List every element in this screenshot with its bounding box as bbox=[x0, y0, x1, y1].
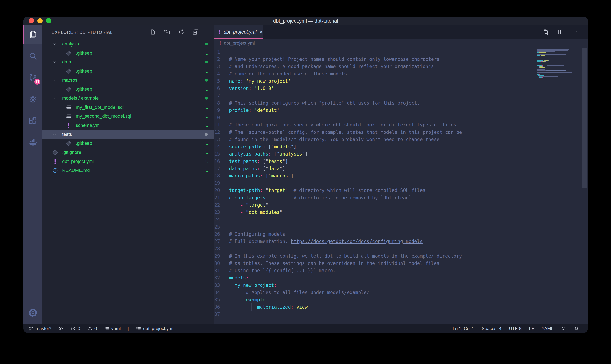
code-line-31: 31# using the `{{ config(...) }}` macro. bbox=[214, 267, 535, 274]
status-warnings[interactable]: 0 bbox=[87, 326, 97, 331]
activity-item-search[interactable] bbox=[23, 47, 42, 66]
tree-file-dbt-project-yml[interactable]: dbt_project.ymlU bbox=[42, 157, 214, 166]
new-file-button[interactable] bbox=[149, 28, 156, 35]
activity-item-explorer[interactable] bbox=[23, 25, 42, 44]
git-status-badge: U bbox=[206, 159, 208, 164]
code-line-12: 12# The `source-paths` config, for examp… bbox=[214, 129, 535, 136]
explorer-sidebar: EXPLORER: DBT-TUTORIAL analysis.gitkeepU… bbox=[42, 25, 214, 324]
status-label: YAML bbox=[542, 326, 554, 331]
code-line-5: 5name: 'my_new_project' bbox=[214, 78, 535, 85]
code-line-35: 35 example: bbox=[214, 296, 535, 303]
status-language-mode[interactable]: YAML bbox=[542, 326, 554, 331]
modified-dot bbox=[205, 43, 208, 46]
status-feedback[interactable] bbox=[561, 326, 566, 331]
tree-file-my-first-dbt-model-sql[interactable]: my_first_dbt_model.sqlU bbox=[42, 103, 214, 112]
code-line-13: 13# found in the "models/" directory. Yo… bbox=[214, 136, 535, 143]
code-line-22: 22 - "target" bbox=[214, 201, 535, 209]
status-label: | bbox=[128, 326, 129, 331]
tree-file-my-second-dbt-model-sql[interactable]: my_second_dbt_model.sqlU bbox=[42, 112, 214, 121]
code-line-6: 6version: '1.0.0' bbox=[214, 85, 535, 92]
code-line-14: 14source-paths: ["models"] bbox=[214, 143, 535, 150]
screen: dbt_project.yml — dbt-tutorial 11 EXPLOR… bbox=[0, 0, 611, 364]
status-sync[interactable] bbox=[58, 326, 63, 331]
code-line-15: 15analysis-paths: ["analysis"] bbox=[214, 150, 535, 158]
activity-item-source-control[interactable]: 11 bbox=[23, 68, 42, 88]
code-line-11: 11# These configurations specify where d… bbox=[214, 121, 535, 129]
status-task-file[interactable]: dbt_project.yml bbox=[136, 326, 173, 331]
vscode-window: dbt_project.yml — dbt-tutorial 11 EXPLOR… bbox=[23, 16, 588, 333]
tree-folder-models-example[interactable]: models / example bbox=[42, 94, 214, 103]
line-number: 3 bbox=[214, 63, 220, 70]
yaml-warning-icon bbox=[52, 158, 58, 165]
tree-item-label: .gitkeep bbox=[76, 86, 92, 92]
breadcrumb-file[interactable]: dbt_project.yml bbox=[224, 40, 255, 46]
status-cursor-position[interactable]: Ln 1, Col 1 bbox=[453, 326, 474, 331]
tree-file--gitkeep[interactable]: .gitkeepU bbox=[42, 139, 214, 148]
activity-item-settings[interactable] bbox=[23, 303, 42, 323]
line-number: 35 bbox=[214, 296, 220, 303]
split-editor-icon bbox=[557, 28, 564, 35]
tree-file-readme-md[interactable]: README.mdU bbox=[42, 166, 214, 175]
tree-folder-macros[interactable]: macros bbox=[42, 76, 214, 85]
line-number: 10 bbox=[214, 114, 220, 121]
activity-item-debug[interactable] bbox=[23, 90, 42, 109]
tree-item-label: my_second_dbt_model.sql bbox=[76, 114, 131, 119]
modified-dot bbox=[205, 97, 208, 100]
tree-folder-tests[interactable]: tests bbox=[42, 130, 214, 139]
cloud-upload-icon bbox=[58, 326, 63, 331]
activity-item-extensions[interactable] bbox=[23, 111, 42, 131]
yaml-warning-icon: ! bbox=[219, 29, 220, 35]
files-icon bbox=[28, 30, 38, 39]
status-notifications[interactable] bbox=[574, 326, 579, 331]
tree-item-label: README.md bbox=[62, 168, 90, 173]
tab-dbt-project-yml[interactable]: ! dbt_project.yml × bbox=[214, 25, 264, 39]
status-errors[interactable]: 0 bbox=[70, 326, 80, 331]
branch-icon bbox=[28, 326, 34, 331]
status-eol[interactable]: LF bbox=[529, 326, 534, 331]
status-encoding[interactable]: UTF-8 bbox=[509, 326, 522, 331]
line-number: 37 bbox=[214, 311, 220, 318]
tree-item-label: schema.yml bbox=[76, 123, 101, 128]
split-editor-button[interactable] bbox=[557, 28, 564, 35]
editor-scrollbar[interactable] bbox=[582, 48, 587, 188]
status-task-yaml[interactable]: yaml bbox=[104, 326, 121, 331]
code-line-33: 33 my_new_project: bbox=[214, 282, 535, 289]
tree-file--gitkeep[interactable]: .gitkeepU bbox=[42, 85, 214, 94]
code-line-4: 4# name or the intended use of these mod… bbox=[214, 70, 535, 78]
status-git-branch[interactable]: master* bbox=[28, 326, 51, 331]
close-tab-icon[interactable]: × bbox=[260, 29, 263, 35]
tree-file--gitkeep[interactable]: .gitkeepU bbox=[42, 49, 214, 58]
line-number: 29 bbox=[214, 253, 220, 260]
line-number: 8 bbox=[214, 100, 220, 107]
error-icon bbox=[70, 326, 76, 331]
code-line-9: 9profile: 'default' bbox=[214, 107, 535, 114]
more-actions-button[interactable] bbox=[571, 28, 578, 35]
status-separator: | bbox=[128, 326, 129, 331]
tree-folder-data[interactable]: data bbox=[42, 57, 214, 67]
code-line-29: 29# In this example config, we tell dbt … bbox=[214, 253, 535, 260]
git-status-badge: U bbox=[206, 51, 208, 56]
title-bar[interactable]: dbt_project.yml — dbt-tutorial bbox=[23, 16, 588, 25]
breadcrumb[interactable]: ! dbt_project.yml bbox=[214, 39, 588, 48]
tree-file--gitkeep[interactable]: .gitkeepU bbox=[42, 67, 214, 76]
info-icon bbox=[52, 167, 58, 174]
line-number: 9 bbox=[214, 107, 220, 114]
open-changes-button[interactable] bbox=[543, 28, 550, 35]
tree-folder-analysis[interactable]: analysis bbox=[42, 39, 214, 49]
code-line-7: 7 bbox=[214, 92, 535, 99]
list-icon bbox=[104, 326, 109, 331]
new-folder-button[interactable] bbox=[164, 28, 170, 35]
minimap[interactable] bbox=[537, 48, 584, 79]
line-number: 16 bbox=[214, 158, 220, 165]
collapse-folders-button[interactable] bbox=[192, 28, 199, 35]
code-editor[interactable]: 12# Name your project! Project names sho… bbox=[214, 48, 535, 318]
status-label: yaml bbox=[111, 326, 121, 331]
tab-bar: ! dbt_project.yml × bbox=[214, 25, 588, 39]
chevron-down-icon bbox=[52, 78, 57, 83]
git-status-badge: U bbox=[206, 69, 208, 74]
status-indentation[interactable]: Spaces: 4 bbox=[482, 326, 501, 331]
refresh-button[interactable] bbox=[178, 28, 185, 35]
tree-file--gitignore[interactable]: .gitignoreU bbox=[42, 148, 214, 157]
tree-file-schema-yml[interactable]: schema.ymlU bbox=[42, 121, 214, 130]
activity-item-docker[interactable] bbox=[23, 132, 42, 152]
